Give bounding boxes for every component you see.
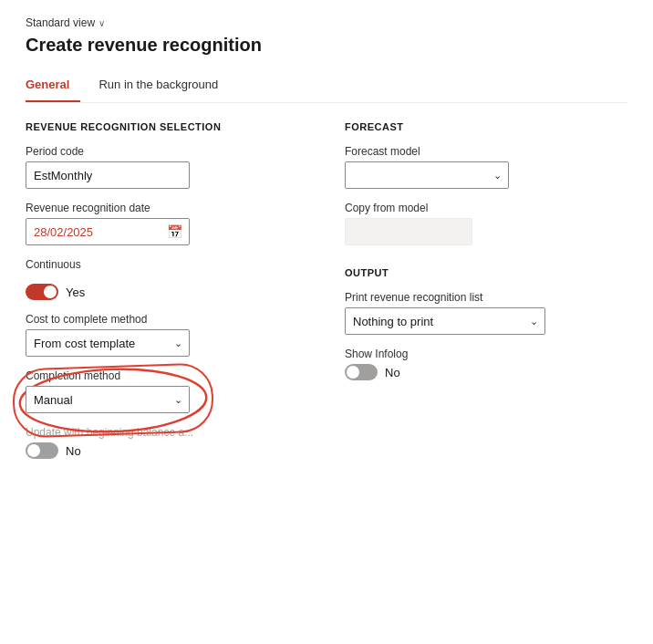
completion-method-label: Completion method: [26, 369, 308, 382]
completion-method-wrapper: Manual Automatic ⌄: [26, 386, 190, 413]
completion-method-select-wrapper: Manual Automatic ⌄: [26, 386, 190, 413]
update-beginning-balance-field-group: Update with beginning balance a... No: [26, 426, 308, 459]
output-section: OUTPUT Print revenue recognition list No…: [345, 267, 627, 380]
revenue-recognition-date-field-group: Revenue recognition date 📅: [26, 202, 308, 245]
print-revenue-recognition-list-field-group: Print revenue recognition list Nothing t…: [345, 291, 627, 335]
cost-to-complete-method-label: Cost to complete method: [26, 313, 308, 326]
forecast-model-select-wrapper: ⌄: [345, 161, 509, 189]
show-infolog-toggle-group: No: [345, 364, 627, 380]
continuous-toggle-thumb: [44, 286, 57, 298]
continuous-toggle-label: Yes: [66, 286, 85, 299]
forecast-section: FORECAST Forecast model ⌄ Copy from mode…: [345, 121, 627, 245]
update-beginning-balance-label: Update with beginning balance a...: [26, 426, 308, 439]
revenue-recognition-date-label: Revenue recognition date: [26, 202, 308, 214]
period-code-field-group: Period code: [26, 145, 308, 189]
tab-run-in-background[interactable]: Run in the background: [98, 70, 229, 102]
show-infolog-toggle[interactable]: [345, 364, 378, 380]
print-revenue-recognition-list-select[interactable]: Nothing to print Print Export: [345, 307, 545, 335]
update-beginning-balance-toggle[interactable]: [26, 442, 58, 459]
breadcrumb[interactable]: Standard view ∨: [26, 16, 627, 29]
breadcrumb-chevron-icon: ∨: [98, 18, 105, 28]
cost-to-complete-method-select-wrapper: From cost template Manual None ⌄: [26, 329, 190, 357]
copy-from-model-label: Copy from model: [345, 202, 627, 214]
update-beginning-balance-toggle-group: No: [26, 442, 308, 459]
copy-from-model-disabled-input: [345, 218, 472, 245]
revenue-recognition-section-header: REVENUE RECOGNITION SELECTION: [26, 121, 308, 132]
show-infolog-field-group: Show Infolog No: [345, 348, 627, 380]
date-wrapper: 📅: [26, 218, 190, 245]
completion-method-field-group: Completion method Manual Automatic ⌄: [26, 369, 308, 413]
forecast-model-field-group: Forecast model ⌄: [345, 145, 627, 189]
print-revenue-recognition-list-select-wrapper: Nothing to print Print Export ⌄: [345, 307, 545, 335]
continuous-toggle[interactable]: [26, 284, 58, 300]
cost-to-complete-method-field-group: Cost to complete method From cost templa…: [26, 313, 308, 357]
continuous-toggle-row: Continuous: [26, 258, 308, 271]
show-infolog-toggle-thumb: [347, 366, 359, 379]
update-beginning-balance-toggle-thumb: [27, 444, 40, 457]
copy-from-model-field-group: Copy from model: [345, 202, 627, 245]
completion-method-select[interactable]: Manual Automatic: [26, 386, 190, 413]
show-infolog-toggle-label: No: [385, 366, 400, 379]
period-code-label: Period code: [26, 145, 308, 158]
print-revenue-recognition-list-label: Print revenue recognition list: [345, 291, 627, 304]
cost-to-complete-method-select[interactable]: From cost template Manual None: [26, 329, 190, 357]
continuous-toggle-track[interactable]: [26, 284, 58, 300]
continuous-label: Continuous: [26, 258, 98, 271]
show-infolog-label: Show Infolog: [345, 348, 627, 360]
revenue-recognition-date-input[interactable]: [26, 218, 190, 245]
update-beginning-balance-toggle-track[interactable]: [26, 442, 58, 459]
forecast-model-select[interactable]: [345, 161, 509, 189]
continuous-toggle-group: Yes: [26, 284, 308, 300]
period-code-input[interactable]: [26, 161, 190, 189]
page-title: Create revenue recognition: [26, 35, 627, 56]
tab-general[interactable]: General: [26, 70, 80, 102]
right-column: FORECAST Forecast model ⌄ Copy from mode…: [345, 121, 627, 472]
left-column: REVENUE RECOGNITION SELECTION Period cod…: [26, 121, 308, 472]
breadcrumb-label: Standard view: [26, 16, 95, 29]
forecast-section-header: FORECAST: [345, 121, 627, 132]
tabs-bar: General Run in the background: [26, 70, 627, 103]
update-beginning-balance-toggle-label: No: [66, 444, 81, 458]
content-grid: REVENUE RECOGNITION SELECTION Period cod…: [26, 121, 627, 472]
forecast-model-label: Forecast model: [345, 145, 627, 158]
show-infolog-toggle-track[interactable]: [345, 364, 378, 380]
output-section-header: OUTPUT: [345, 267, 627, 278]
